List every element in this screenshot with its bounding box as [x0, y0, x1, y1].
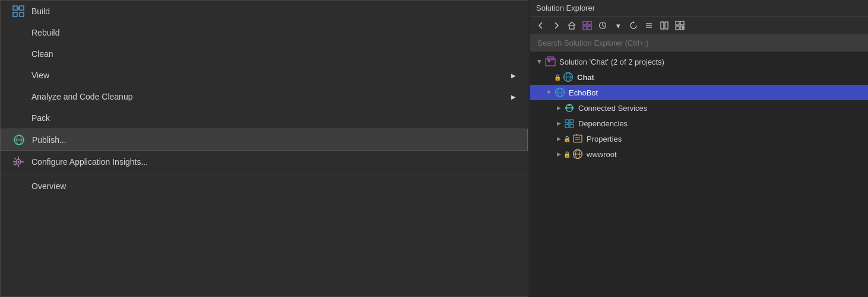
- svg-rect-37: [548, 60, 550, 62]
- solution-explorer-panel: Solution Explorer ▾: [530, 0, 868, 297]
- svg-rect-31: [680, 21, 684, 25]
- svg-rect-17: [569, 25, 574, 29]
- context-menu: Build Rebuild Clean View ▶ Analyze and C…: [0, 0, 528, 297]
- svg-point-48: [568, 104, 571, 106]
- echobot-expand-arrow: ▶: [544, 88, 554, 97]
- menu-divider: [1, 174, 528, 174]
- properties-label: Properties: [587, 135, 863, 143]
- wwwroot-lock-icon: 🔒: [563, 151, 571, 158]
- toolbar-history-btn[interactable]: [595, 18, 610, 33]
- tree-item-echobot[interactable]: ▶ EchoBot: [530, 85, 868, 100]
- wwwroot-icon: [572, 148, 584, 160]
- menu-item-publish-label: Publish...: [32, 135, 515, 145]
- svg-rect-29: [665, 22, 668, 29]
- toolbar-forward-btn[interactable]: [549, 18, 563, 33]
- svg-rect-21: [588, 26, 591, 30]
- menu-item-configure[interactable]: + Configure Application Insights...: [1, 151, 528, 173]
- publish-icon: [11, 133, 27, 147]
- menu-item-build-label: Build: [31, 7, 516, 16]
- tree-item-wwwroot[interactable]: ▶ 🔒 wwwroot: [530, 146, 868, 162]
- rebuild-icon-placeholder: [10, 25, 27, 40]
- analyze-submenu-arrow: ▶: [511, 94, 516, 100]
- menu-item-rebuild[interactable]: Rebuild: [1, 22, 528, 43]
- clean-icon-placeholder: [10, 47, 27, 61]
- chat-expand-arrow: [544, 72, 554, 82]
- connected-services-label: Connected Services: [578, 104, 863, 113]
- menu-item-overview[interactable]: Overview: [1, 175, 528, 197]
- solution-label: Solution 'Chat' (2 of 2 projects): [559, 58, 863, 66]
- svg-line-24: [603, 25, 604, 27]
- build-icon: [10, 4, 27, 18]
- svg-rect-49: [565, 120, 569, 123]
- toolbar-back-btn[interactable]: [534, 18, 548, 33]
- solution-explorer-toolbar: ▾ ▾: [530, 17, 868, 35]
- chat-label: Chat: [577, 73, 863, 82]
- analyze-icon-placeholder: [10, 90, 27, 104]
- pack-icon-placeholder: [10, 111, 27, 125]
- svg-rect-20: [583, 26, 587, 30]
- menu-item-analyze[interactable]: Analyze and Code Cleanup ▶: [1, 86, 528, 107]
- svg-rect-28: [661, 22, 664, 29]
- search-input[interactable]: [535, 37, 863, 49]
- properties-lock-icon: 🔒: [563, 136, 571, 142]
- solution-expand-arrow: ▶: [535, 57, 544, 66]
- toolbar-dropdown-btn[interactable]: ▾: [611, 18, 625, 33]
- tree-item-solution[interactable]: ▶ Solution 'Chat' (2 of 2 projects): [530, 54, 868, 69]
- menu-item-clean[interactable]: Clean: [1, 43, 528, 65]
- overview-icon-placeholder: [10, 179, 27, 193]
- dependencies-expand-arrow: ▶: [554, 119, 563, 128]
- menu-item-build[interactable]: Build: [1, 1, 528, 22]
- insights-icon: +: [10, 155, 27, 169]
- dependencies-icon: [563, 117, 575, 129]
- tree-item-dependencies[interactable]: ▶ Dependencies: [530, 116, 868, 131]
- properties-icon: [572, 133, 584, 145]
- wwwroot-expand-arrow: ▶: [554, 149, 563, 159]
- toolbar-refresh-btn[interactable]: [626, 18, 641, 33]
- chat-lock-icon: 🔒: [554, 74, 561, 81]
- menu-item-configure-label: Configure Application Insights...: [31, 157, 516, 167]
- svg-line-15: [15, 158, 17, 160]
- solution-explorer-search: [530, 35, 868, 52]
- tree-item-chat[interactable]: 🔒 Chat: [530, 69, 868, 85]
- tree-item-connected-services[interactable]: ▶ Connected Services: [530, 100, 868, 116]
- svg-text:▾: ▾: [682, 25, 684, 30]
- solution-explorer-tree: ▶ Solution 'Chat' (2 of 2 projects) 🔒: [530, 52, 868, 164]
- toolbar-home-btn[interactable]: [565, 18, 579, 33]
- svg-rect-2: [20, 6, 24, 10]
- chat-icon: [562, 71, 574, 83]
- svg-point-14: [18, 161, 20, 163]
- solution-explorer-title-text: Solution Explorer: [536, 4, 595, 12]
- connected-services-expand-arrow: ▶: [554, 103, 563, 113]
- solution-explorer-title: Solution Explorer: [530, 0, 868, 17]
- svg-rect-51: [570, 120, 574, 123]
- svg-point-45: [565, 107, 568, 109]
- svg-rect-0: [13, 6, 17, 10]
- echobot-label: EchoBot: [569, 88, 863, 97]
- dependencies-label: Dependencies: [578, 119, 863, 128]
- menu-item-view[interactable]: View ▶: [1, 65, 528, 86]
- toolbar-expand-btn[interactable]: ▾: [673, 18, 687, 33]
- svg-rect-30: [676, 21, 679, 25]
- toolbar-collapse-btn[interactable]: [642, 18, 656, 33]
- view-submenu-arrow: ▶: [511, 72, 516, 79]
- menu-item-rebuild-label: Rebuild: [31, 28, 516, 37]
- svg-rect-50: [565, 124, 569, 127]
- menu-item-publish[interactable]: Publish...: [1, 129, 528, 151]
- menu-item-overview-label: Overview: [31, 181, 516, 191]
- view-icon-placeholder: [10, 68, 27, 82]
- echobot-icon: [554, 87, 566, 98]
- menu-item-pack-label: Pack: [31, 113, 516, 123]
- toolbar-solution-btn[interactable]: [580, 18, 594, 33]
- wwwroot-label: wwwroot: [587, 150, 863, 159]
- toolbar-toggle-btn[interactable]: [657, 18, 671, 33]
- svg-rect-3: [20, 12, 24, 17]
- menu-item-pack[interactable]: Pack: [1, 107, 528, 129]
- menu-item-view-label: View: [31, 71, 511, 80]
- svg-rect-1: [13, 12, 17, 17]
- menu-item-clean-label: Clean: [31, 49, 516, 59]
- svg-rect-32: [676, 26, 679, 30]
- svg-rect-19: [588, 21, 591, 25]
- svg-rect-56: [574, 135, 582, 142]
- properties-expand-arrow: ▶: [554, 134, 563, 143]
- tree-item-properties[interactable]: ▶ 🔒 Properties: [530, 131, 868, 146]
